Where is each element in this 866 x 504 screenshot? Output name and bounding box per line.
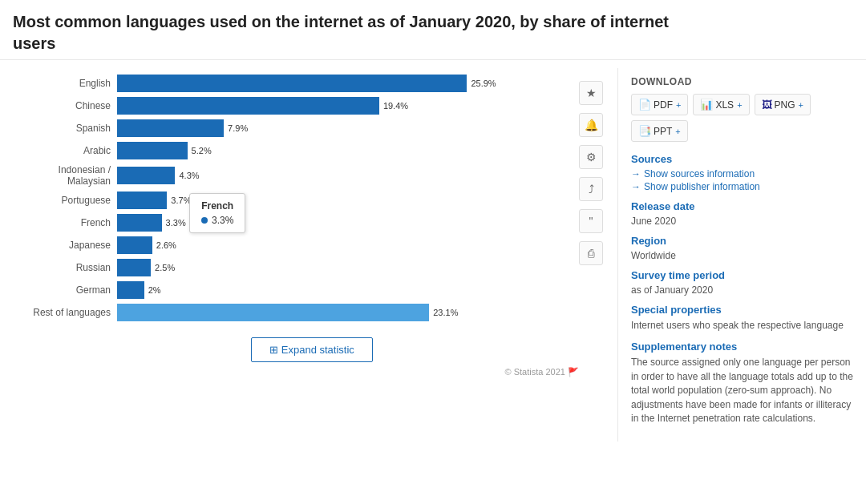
supplementary-value: The source assigned only one language pe… <box>631 356 853 425</box>
bar-track: 2.5% <box>117 259 571 276</box>
arrow-icon-2: → <box>631 181 641 192</box>
bar-row: Indonesian / Malaysian4.3% <box>13 164 571 187</box>
bar-row: Rest of languages23.1% <box>13 304 571 321</box>
bar-track: 5.2% <box>117 142 571 159</box>
bar-label: Chinese <box>13 100 117 111</box>
survey-heading: Survey time period <box>631 269 853 281</box>
release-date-heading: Release date <box>631 200 853 212</box>
show-publisher-label: Show publisher information <box>644 181 760 192</box>
ppt-label: PPT <box>654 126 672 137</box>
pdf-icon: 📄 <box>638 99 651 111</box>
bar-track: 7.9% <box>117 119 571 137</box>
bar-fill <box>117 259 151 276</box>
bar-value: 2% <box>148 285 161 295</box>
bar-track: 3.7% <box>117 192 571 209</box>
bar-value: 3.3% <box>166 218 186 228</box>
bar-label: Rest of languages <box>13 307 117 318</box>
tooltip-title: French <box>201 200 233 212</box>
bar-row: Japanese2.6% <box>13 236 571 254</box>
region-heading: Region <box>631 235 853 247</box>
show-sources-label: Show sources information <box>644 168 755 179</box>
dl-plus: + <box>737 100 742 110</box>
bar-row: English25.9% <box>13 75 571 92</box>
download-pdf-button[interactable]: 📄PDF+ <box>631 94 688 115</box>
survey-value: as of January 2020 <box>631 284 853 296</box>
show-sources-link[interactable]: → Show sources information <box>631 168 853 179</box>
arrow-icon: → <box>631 168 641 179</box>
show-publisher-link[interactable]: → Show publisher information <box>631 181 853 192</box>
tooltip-value: 3.3% <box>201 215 233 226</box>
bar-label: Arabic <box>13 145 117 156</box>
dl-plus: + <box>799 100 803 110</box>
bar-fill <box>117 281 144 299</box>
bar-value: 23.1% <box>433 308 458 317</box>
bar-value: 19.4% <box>383 101 408 111</box>
download-png-button[interactable]: 🖼PNG+ <box>755 94 811 115</box>
bar-track: 23.1% <box>117 304 571 321</box>
bar-track: 25.9% <box>117 75 571 92</box>
gear-icon[interactable]: ⚙ <box>579 145 603 169</box>
bar-fill <box>117 75 467 92</box>
bar-fill <box>117 236 152 254</box>
bar-row: Portuguese3.7% <box>13 192 571 209</box>
release-date-value: June 2020 <box>631 216 853 227</box>
bar-track: 3.3% <box>117 214 571 232</box>
bar-label: Russian <box>13 262 117 273</box>
bar-row: Spanish7.9% <box>13 119 571 137</box>
share-icon[interactable]: ⤴ <box>579 177 603 201</box>
bar-track: 19.4% <box>117 97 571 115</box>
quote-icon[interactable]: " <box>579 209 603 233</box>
chart-icon-bar: ★ 🔔 ⚙ ⤴ " ⎙ <box>571 75 611 326</box>
bar-label: Spanish <box>13 123 117 134</box>
print-icon[interactable]: ⎙ <box>579 241 603 265</box>
png-label: PNG <box>775 99 795 111</box>
bar-value: 25.9% <box>471 79 496 88</box>
region-value: Worldwide <box>631 250 853 261</box>
bar-track: 4.3% <box>117 167 571 184</box>
tooltip-dot <box>201 217 208 224</box>
special-value: Internet users who speak the respective … <box>631 319 853 333</box>
bar-row: German2% <box>13 281 571 299</box>
copyright-text: © Statista 2021 🚩 <box>13 367 611 377</box>
bar-row: French3.3% <box>13 214 571 232</box>
bar-label: Portuguese <box>13 195 117 206</box>
download-ppt-button[interactable]: 📑PPT+ <box>631 120 688 142</box>
bar-label: English <box>13 78 117 89</box>
bar-fill <box>117 97 379 115</box>
download-buttons: 📄PDF+📊XLS+🖼PNG+📑PPT+ <box>631 94 853 142</box>
download-xls-button[interactable]: 📊XLS+ <box>693 94 749 115</box>
bar-value: 7.9% <box>228 123 248 133</box>
bar-fill <box>117 142 188 159</box>
png-icon: 🖼 <box>762 99 772 111</box>
pdf-label: PDF <box>654 99 673 111</box>
bar-label: German <box>13 284 117 296</box>
download-label: DOWNLOAD <box>631 76 853 87</box>
expand-statistic-button[interactable]: ⊞ Expand statistic <box>251 337 373 362</box>
bell-icon[interactable]: 🔔 <box>579 113 603 137</box>
ppt-icon: 📑 <box>638 125 651 137</box>
xls-icon: 📊 <box>700 99 713 111</box>
bar-fill <box>117 167 175 184</box>
bar-track: 2% <box>117 281 571 299</box>
right-panel: DOWNLOAD 📄PDF+📊XLS+🖼PNG+📑PPT+ Sources → … <box>617 68 866 442</box>
bar-label: French <box>13 217 117 228</box>
bar-label: Japanese <box>13 240 117 251</box>
bar-fill <box>117 192 167 209</box>
bar-fill <box>117 214 162 232</box>
bar-label: Indonesian / Malaysian <box>13 164 117 187</box>
bar-fill <box>117 304 429 321</box>
bar-track: 2.6% <box>117 236 571 254</box>
sources-heading: Sources <box>631 153 853 165</box>
bar-row: Chinese19.4% <box>13 97 571 115</box>
bar-row: Russian2.5% <box>13 259 571 276</box>
bar-value: 3.7% <box>171 196 191 205</box>
bar-row: Arabic5.2% <box>13 142 571 159</box>
bar-value: 5.2% <box>192 146 212 155</box>
bar-value: 2.5% <box>155 263 175 272</box>
star-icon[interactable]: ★ <box>579 81 603 105</box>
bar-tooltip: French 3.3% <box>189 193 245 233</box>
special-heading: Special properties <box>631 304 853 316</box>
dl-plus: + <box>675 127 680 136</box>
supplementary-heading: Supplementary notes <box>631 341 853 353</box>
bar-value: 4.3% <box>179 171 199 180</box>
